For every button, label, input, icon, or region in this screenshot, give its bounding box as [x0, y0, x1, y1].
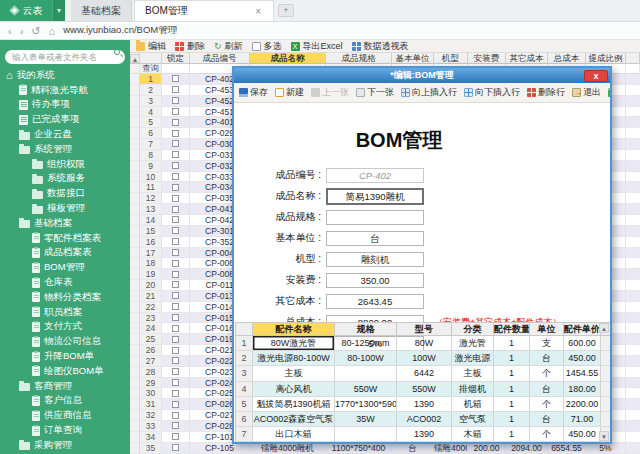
machine-type-input[interactable]: 雕刻机 [326, 252, 424, 267]
row-checkbox[interactable] [172, 292, 179, 299]
product-code-cell[interactable]: CP-105 [190, 443, 250, 454]
dialog-toolbar-button[interactable]: 导入材料 [608, 86, 610, 99]
part-spec-cell[interactable]: 80-100W [335, 351, 397, 366]
product-name-input[interactable]: 简易1390雕机 [326, 188, 424, 205]
sidebar-tree-item[interactable]: 客商管理 [0, 379, 130, 394]
part-name-cell[interactable]: 激光电源80-100W [253, 351, 335, 366]
brand-tab[interactable]: 云表 [0, 0, 52, 21]
row-checkbox[interactable] [172, 368, 179, 375]
part-class-cell[interactable]: 排烟机 [452, 382, 494, 397]
dialog-toolbar-button[interactable]: 保存 [239, 86, 268, 99]
sidebar-tree-item[interactable]: 系统管理 [0, 142, 130, 157]
product-unit-cell[interactable]: 台 [392, 443, 434, 454]
tab-close-icon[interactable]: × [253, 6, 263, 17]
scroll-strip[interactable] [130, 291, 140, 302]
parts-header-name[interactable]: 配件名称 [253, 322, 335, 336]
row-checkbox[interactable] [172, 271, 179, 278]
part-price-cell[interactable]: 180.00 [564, 382, 601, 397]
dialog-toolbar-button[interactable]: 新建 [275, 86, 304, 99]
parts-scrollbar-track[interactable] [601, 336, 610, 351]
row-checkbox[interactable] [172, 140, 179, 147]
base-unit-input[interactable]: 台 [326, 231, 424, 246]
grid-scroll-up-icon[interactable]: ▲ [130, 54, 140, 63]
row-checkbox[interactable] [172, 75, 179, 82]
scroll-strip[interactable] [130, 323, 140, 334]
parts-scroll-down-icon[interactable]: ▼ [599, 431, 609, 441]
row-checkbox[interactable] [172, 325, 179, 332]
scroll-strip[interactable] [130, 107, 140, 118]
row-checkbox[interactable] [172, 314, 179, 321]
scroll-strip[interactable] [130, 356, 140, 367]
part-model-cell[interactable]: 6442 [397, 366, 452, 381]
tab-bom-management[interactable]: BOM管理 × [134, 0, 274, 21]
column-header-other[interactable]: 其它成本 [506, 53, 548, 64]
scroll-strip[interactable] [130, 150, 140, 161]
part-price-cell[interactable]: 600.00 [564, 336, 601, 351]
scroll-strip[interactable] [130, 269, 140, 280]
part-model-cell[interactable]: 80W [397, 336, 452, 351]
parts-header-price[interactable]: 配件单价 [564, 322, 601, 336]
toolbar-button[interactable]: 编辑 [136, 40, 166, 53]
scroll-strip[interactable] [130, 172, 140, 183]
column-header-code[interactable]: 成品编号 [190, 53, 250, 64]
filter-cell[interactable] [162, 64, 190, 74]
scroll-strip[interactable] [130, 204, 140, 215]
scroll-strip[interactable] [130, 193, 140, 204]
product-code-input[interactable]: CP-402 [326, 168, 424, 183]
column-header-install[interactable]: 安装费 [468, 53, 506, 64]
scroll-strip[interactable] [130, 117, 140, 128]
part-unit-cell[interactable]: 个 [530, 366, 564, 381]
parts-table-row[interactable]: 80W激光管 80-1250mm 80W 激光管 1 支 600.00 [235, 336, 610, 351]
parts-header-class[interactable]: 分类 [452, 322, 494, 336]
part-model-cell[interactable]: 100W [397, 351, 452, 366]
home-icon[interactable]: ⌂ [49, 23, 56, 39]
parts-header-unit[interactable]: 单位 [530, 322, 564, 336]
column-header-total[interactable]: 总成本 [548, 53, 586, 64]
sidebar-tree-item[interactable]: 订单查询 [0, 423, 130, 438]
scroll-strip[interactable] [130, 248, 140, 259]
scroll-strip[interactable] [130, 421, 140, 432]
row-checkbox[interactable] [172, 162, 179, 169]
row-checkbox[interactable] [172, 238, 179, 245]
dialog-toolbar-button[interactable]: 下一张 [356, 86, 394, 99]
scroll-strip[interactable] [130, 182, 140, 193]
sidebar-tree-item[interactable]: 待办事项 [0, 98, 130, 113]
part-class-cell[interactable]: 机箱 [452, 397, 494, 412]
part-class-cell[interactable]: 激光电源 [452, 351, 494, 366]
back-icon[interactable]: ‹ [8, 23, 12, 39]
install-fee-input[interactable]: 350.00 [326, 273, 424, 288]
scroll-strip[interactable] [130, 378, 140, 389]
row-checkbox[interactable] [172, 130, 179, 137]
row-checkbox[interactable] [172, 303, 179, 310]
install-fee-cell[interactable]: 200.00 [468, 443, 506, 454]
parts-scrollbar-track[interactable] [601, 351, 610, 366]
parts-table-row[interactable]: 离心风机 550W 550W 排烟机 1 台 180.00 [235, 382, 610, 397]
sidebar-tree-item[interactable]: 基础档案 [0, 216, 130, 231]
toolbar-button[interactable]: 导出Excel [291, 40, 343, 53]
row-checkbox[interactable] [172, 357, 179, 364]
tab-basic-archives[interactable]: 基础档案 [71, 0, 132, 21]
sidebar-tree-item[interactable]: BOM管理 [0, 260, 130, 275]
row-checkbox[interactable] [172, 336, 179, 343]
part-price-cell[interactable]: 1454.55 [564, 366, 601, 381]
scroll-strip[interactable] [130, 237, 140, 248]
row-checkbox[interactable] [172, 433, 179, 440]
toolbar-button[interactable]: 刷新 [214, 40, 243, 53]
sidebar-search-input[interactable] [5, 50, 125, 64]
scroll-strip[interactable] [130, 410, 140, 421]
sidebar-tree-item[interactable]: 职员档案 [0, 305, 130, 320]
sidebar-tree-item[interactable]: 客户信息 [0, 394, 130, 409]
scroll-strip[interactable] [130, 128, 140, 139]
sidebar-tree-item[interactable]: 已完成事项 [0, 112, 130, 127]
part-class-cell[interactable]: 激光管 [452, 336, 494, 351]
part-spec-cell[interactable] [335, 427, 397, 442]
row-checkbox[interactable] [172, 108, 179, 115]
product-name-cell[interactable]: 镭雕4000雕机 [250, 443, 326, 454]
scroll-strip[interactable] [130, 139, 140, 150]
part-unit-cell[interactable]: 个 [530, 397, 564, 412]
part-qty-cell[interactable]: 1 [494, 336, 530, 351]
parts-table-row[interactable]: 出口木箱 1390 木箱 1 个 450.00 [235, 427, 610, 442]
part-price-cell[interactable]: 450.00 [564, 351, 601, 366]
parts-table-row[interactable]: 主板 6442 主板 1 个 1454.55 [235, 366, 610, 381]
part-model-cell[interactable]: 1390 [397, 427, 452, 442]
